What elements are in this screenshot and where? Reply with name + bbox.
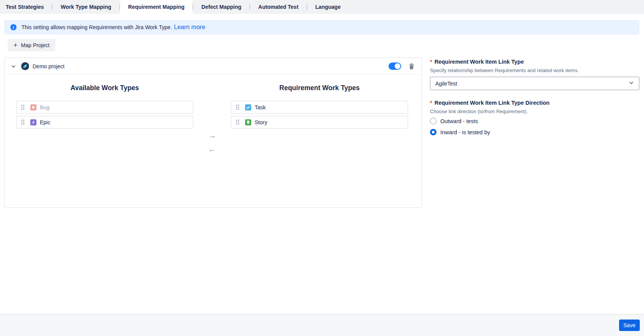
requirement-work-types-title: Requirement Work Types — [231, 84, 408, 92]
drag-handle-icon[interactable] — [236, 104, 239, 110]
direction-options: Outward - tests Inward - is tested by — [430, 118, 639, 135]
tabs: Test Strategies Work Type Mapping Requir… — [0, 0, 644, 18]
epic-icon — [30, 119, 36, 125]
story-icon — [245, 119, 251, 125]
move-arrows: → ← — [193, 84, 231, 154]
info-icon: i — [10, 24, 16, 30]
learn-more-link[interactable]: Learn more — [174, 24, 205, 31]
task-icon — [245, 104, 251, 110]
trash-icon[interactable] — [408, 63, 415, 69]
move-right-arrow-icon[interactable]: → — [208, 131, 216, 140]
radio-outward-tests[interactable]: Outward - tests — [430, 118, 639, 124]
drag-handle-icon[interactable] — [21, 104, 25, 110]
mapping-body: Available Work Types Bug — [5, 75, 422, 154]
link-type-label-text: Requirement Work Item Link Type — [435, 58, 524, 65]
drag-handle-icon[interactable] — [236, 119, 239, 125]
bug-icon — [30, 104, 36, 110]
link-type-label: * Requirement Work Item Link Type — [430, 58, 639, 65]
direction-label-text: Requirement Work Item Link Type Directio… — [435, 99, 550, 106]
tab-defect-mapping[interactable]: Defect Mapping — [193, 0, 249, 18]
project-header: Demo project — [5, 58, 422, 75]
drag-handle-icon[interactable] — [21, 119, 25, 125]
main-content: Demo project Available Work Types — [4, 58, 644, 208]
work-type-item-task[interactable]: Task — [231, 101, 408, 114]
footer-bar: Save — [0, 314, 644, 336]
tab-work-type-mapping[interactable]: Work Type Mapping — [53, 0, 119, 18]
work-type-label: Story — [255, 119, 267, 125]
project-mapping-panel: Demo project Available Work Types — [4, 58, 422, 208]
chevron-down-icon — [629, 80, 634, 87]
direction-help: Choose link direction (to/from Requireme… — [430, 109, 639, 115]
plus-icon: + — [13, 42, 18, 49]
tab-test-strategies[interactable]: Test Strategies — [0, 0, 52, 18]
radio-inward-is-tested-by[interactable]: Inward - is tested by — [430, 129, 639, 135]
radio-button-icon[interactable] — [430, 118, 436, 124]
chevron-down-icon[interactable] — [11, 64, 16, 69]
required-asterisk: * — [430, 99, 432, 106]
required-asterisk: * — [430, 58, 432, 65]
work-type-item-bug[interactable]: Bug — [16, 101, 193, 114]
save-button[interactable]: Save — [619, 320, 640, 331]
project-name: Demo project — [33, 63, 64, 69]
info-banner-text: This setting allows mapping Requirements… — [21, 24, 172, 30]
direction-label: * Requirement Work Item Link Type Direct… — [430, 99, 639, 106]
map-project-button[interactable]: + Map Project — [8, 39, 55, 51]
project-enabled-toggle[interactable] — [389, 63, 401, 70]
work-type-label: Task — [255, 104, 266, 110]
tab-bar: Test Strategies Work Type Mapping Requir… — [0, 0, 644, 18]
link-type-select-value: AgileTest — [435, 81, 457, 87]
available-work-types-column: Available Work Types Bug — [16, 84, 193, 154]
tab-automated-test[interactable]: Automated Test — [250, 0, 306, 18]
info-banner: i This setting allows mapping Requiremen… — [4, 20, 639, 35]
work-type-item-epic[interactable]: Epic — [16, 116, 193, 128]
map-project-label: Map Project — [21, 42, 50, 48]
link-type-help: Specify relationship between Requirement… — [430, 68, 639, 74]
available-work-types-title: Available Work Types — [16, 84, 193, 92]
radio-label: Outward - tests — [440, 118, 478, 124]
work-type-label: Epic — [40, 119, 50, 125]
project-avatar — [21, 62, 29, 70]
radio-button-icon[interactable] — [430, 129, 436, 135]
work-type-item-story[interactable]: Story — [231, 116, 408, 128]
requirement-work-types-column: Requirement Work Types Task — [231, 84, 408, 154]
direction-group: * Requirement Work Item Link Type Direct… — [430, 99, 639, 135]
radio-label: Inward - is tested by — [440, 129, 490, 135]
link-settings-panel: * Requirement Work Item Link Type Specif… — [430, 58, 639, 135]
move-left-arrow-icon[interactable]: ← — [208, 145, 216, 154]
link-type-select[interactable]: AgileTest — [430, 77, 639, 90]
work-type-label: Bug — [40, 104, 49, 110]
tab-requirement-mapping[interactable]: Requirement Mapping — [120, 0, 193, 18]
tab-language[interactable]: Language — [307, 0, 349, 18]
